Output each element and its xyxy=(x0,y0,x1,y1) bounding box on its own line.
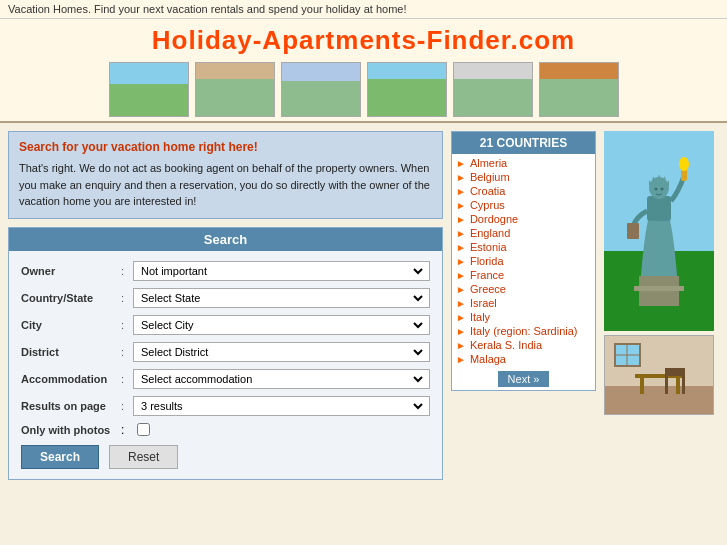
svg-rect-22 xyxy=(682,372,685,394)
country-arrow-icon: ► xyxy=(456,242,466,253)
intro-box: Search for your vacation home right here… xyxy=(8,131,443,219)
accommodation-select[interactable]: Select accommodation xyxy=(133,369,430,389)
country-item[interactable]: ►France xyxy=(452,268,595,282)
search-form-box: Search Owner : Not important Country/Sta… xyxy=(8,227,443,480)
country-name: Italy (region: Sardinia) xyxy=(470,325,578,337)
intro-body: That's right. We do not act as booking a… xyxy=(19,160,432,210)
svg-rect-13 xyxy=(627,223,639,239)
country-arrow-icon: ► xyxy=(456,186,466,197)
district-select[interactable]: Select District xyxy=(133,342,430,362)
district-row: District : Select District xyxy=(21,342,430,362)
country-row: Country/State : Select State xyxy=(21,288,430,308)
country-name: Croatia xyxy=(470,185,505,197)
country-name: Greece xyxy=(470,283,506,295)
country-item[interactable]: ►Italy xyxy=(452,310,595,324)
room-image xyxy=(604,335,714,415)
search-form-inner: Owner : Not important Country/State : Se… xyxy=(9,251,442,479)
country-name: Israel xyxy=(470,297,497,309)
svg-rect-21 xyxy=(665,372,668,394)
country-arrow-icon: ► xyxy=(456,340,466,351)
svg-point-11 xyxy=(655,188,658,191)
country-arrow-icon: ► xyxy=(456,270,466,281)
country-item[interactable]: ►Israel xyxy=(452,296,595,310)
owner-dropdown[interactable]: Not important xyxy=(137,264,426,278)
country-select[interactable]: Select State xyxy=(133,288,430,308)
results-dropdown[interactable]: 3 results xyxy=(137,399,426,413)
country-item[interactable]: ►Florida xyxy=(452,254,595,268)
country-item[interactable]: ►Dordogne xyxy=(452,212,595,226)
middle-panel: 21 COUNTRIES ►Almeria►Belgium►Croatia►Cy… xyxy=(451,131,596,480)
header-image-5 xyxy=(453,62,533,117)
country-arrow-icon: ► xyxy=(456,312,466,323)
accommodation-label: Accommodation xyxy=(21,373,121,385)
district-dropdown[interactable]: Select District xyxy=(137,345,426,359)
svg-point-12 xyxy=(661,188,664,191)
country-name: France xyxy=(470,269,504,281)
photos-checkbox[interactable] xyxy=(137,423,150,436)
country-arrow-icon: ► xyxy=(456,298,466,309)
country-name: England xyxy=(470,227,510,239)
owner-label: Owner xyxy=(21,265,121,277)
svg-rect-16 xyxy=(605,386,714,415)
owner-select[interactable]: Not important xyxy=(133,261,430,281)
next-button[interactable]: Next » xyxy=(498,371,550,387)
photos-label: Only with photos xyxy=(21,424,121,436)
left-panel: Search for your vacation home right here… xyxy=(8,131,443,480)
country-name: Belgium xyxy=(470,171,510,183)
country-name: Dordogne xyxy=(470,213,518,225)
country-arrow-icon: ► xyxy=(456,214,466,225)
accommodation-row: Accommodation : Select accommodation xyxy=(21,369,430,389)
country-name: Italy xyxy=(470,311,490,323)
country-item[interactable]: ►Estonia xyxy=(452,240,595,254)
main-content: Search for your vacation home right here… xyxy=(0,123,727,488)
top-bar-text: Vacation Homes. Find your next vacation … xyxy=(8,3,406,15)
country-item[interactable]: ►Cyprus xyxy=(452,198,595,212)
country-item[interactable]: ►Almeria xyxy=(452,156,595,170)
results-label: Results on page xyxy=(21,400,121,412)
country-item[interactable]: ►Greece xyxy=(452,282,595,296)
reset-button[interactable]: Reset xyxy=(109,445,178,469)
header-image-2 xyxy=(195,62,275,117)
country-item[interactable]: ►Malaga xyxy=(452,352,595,366)
site-title[interactable]: Holiday-Apartments-Finder.com xyxy=(0,25,727,56)
country-name: Florida xyxy=(470,255,504,267)
search-button[interactable]: Search xyxy=(21,445,99,469)
results-select[interactable]: 3 results xyxy=(133,396,430,416)
country-arrow-icon: ► xyxy=(456,158,466,169)
city-dropdown[interactable]: Select City xyxy=(137,318,426,332)
country-arrow-icon: ► xyxy=(456,228,466,239)
city-row: City : Select City xyxy=(21,315,430,335)
photos-row: Only with photos : xyxy=(21,423,430,437)
city-select[interactable]: Select City xyxy=(133,315,430,335)
country-item[interactable]: ►Belgium xyxy=(452,170,595,184)
country-arrow-icon: ► xyxy=(456,284,466,295)
country-item[interactable]: ►Croatia xyxy=(452,184,595,198)
country-dropdown[interactable]: Select State xyxy=(137,291,426,305)
header-images xyxy=(0,62,727,117)
country-name: Cyprus xyxy=(470,199,505,211)
header-image-1 xyxy=(109,62,189,117)
owner-row: Owner : Not important xyxy=(21,261,430,281)
countries-list: ►Almeria►Belgium►Croatia►Cyprus►Dordogne… xyxy=(452,154,595,368)
country-item[interactable]: ►Kerala S. India xyxy=(452,338,595,352)
room-svg xyxy=(605,336,714,415)
country-item[interactable]: ►Italy (region: Sardinia) xyxy=(452,324,595,338)
header-image-4 xyxy=(367,62,447,117)
header-image-3 xyxy=(281,62,361,117)
country-arrow-icon: ► xyxy=(456,172,466,183)
right-panel xyxy=(604,131,719,480)
svg-point-4 xyxy=(679,157,689,171)
country-item[interactable]: ►England xyxy=(452,226,595,240)
country-name: Kerala S. India xyxy=(470,339,542,351)
svg-rect-18 xyxy=(640,378,644,394)
country-arrow-icon: ► xyxy=(456,200,466,211)
accommodation-dropdown[interactable]: Select accommodation xyxy=(137,372,426,386)
svg-rect-1 xyxy=(634,286,684,291)
country-arrow-icon: ► xyxy=(456,326,466,337)
countries-box: 21 COUNTRIES ►Almeria►Belgium►Croatia►Cy… xyxy=(451,131,596,391)
country-label: Country/State xyxy=(21,292,121,304)
country-arrow-icon: ► xyxy=(456,256,466,267)
results-row: Results on page : 3 results xyxy=(21,396,430,416)
search-buttons: Search Reset xyxy=(21,445,430,469)
top-bar: Vacation Homes. Find your next vacation … xyxy=(0,0,727,19)
